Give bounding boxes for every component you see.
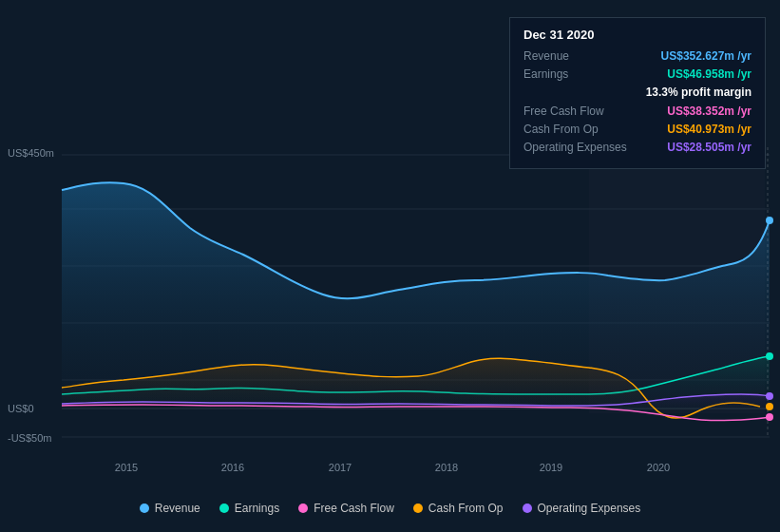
- svg-point-10: [766, 217, 773, 224]
- x-label-2017: 2017: [329, 462, 352, 473]
- legend: Revenue Earnings Free Cash Flow Cash Fro…: [0, 502, 780, 515]
- svg-point-14: [766, 413, 773, 421]
- tooltip-row-margin: 13.3% profit margin: [523, 86, 751, 99]
- legend-label-revenue: Revenue: [155, 502, 200, 515]
- tooltip-value-fcf: US$38.352m /yr: [667, 104, 751, 118]
- x-label-2016: 2016: [221, 462, 244, 473]
- svg-point-12: [766, 403, 773, 410]
- tooltip-label-cashop: Cash From Op: [523, 123, 637, 136]
- tooltip-row-cashop: Cash From Op US$40.973m /yr: [523, 123, 751, 136]
- tooltip-row-opexp: Operating Expenses US$28.505m /yr: [523, 141, 751, 154]
- tooltip-row-fcf: Free Cash Flow US$38.352m /yr: [523, 104, 751, 118]
- svg-point-13: [766, 392, 773, 400]
- tooltip-value-opexp: US$28.505m /yr: [667, 141, 751, 154]
- legend-item-earnings[interactable]: Earnings: [219, 502, 279, 515]
- x-label-2018: 2018: [435, 462, 458, 473]
- legend-label-earnings: Earnings: [235, 502, 279, 515]
- tooltip-title: Dec 31 2020: [523, 28, 751, 42]
- tooltip-label-opexp: Operating Expenses: [523, 141, 637, 154]
- legend-label-cashop: Cash From Op: [428, 502, 504, 515]
- chart-container: US$450m US$0 -US$50m 2015 2016 2017 2018…: [0, 0, 780, 532]
- tooltip-value-earnings: US$46.958m /yr: [667, 67, 751, 81]
- svg-point-11: [766, 352, 773, 360]
- y-label-bot: -US$50m: [8, 432, 51, 444]
- tooltip-value-revenue: US$352.627m /yr: [661, 49, 751, 63]
- legend-dot-fcf: [298, 504, 308, 513]
- legend-dot-earnings: [219, 504, 229, 513]
- tooltip-box: Dec 31 2020 Revenue US$352.627m /yr Earn…: [509, 17, 766, 169]
- legend-item-revenue[interactable]: Revenue: [140, 502, 200, 515]
- tooltip-row-earnings: Earnings US$46.958m /yr: [523, 67, 751, 81]
- tooltip-label-earnings: Earnings: [523, 67, 637, 81]
- tooltip-row-revenue: Revenue US$352.627m /yr: [523, 49, 751, 63]
- tooltip-value-margin: 13.3% profit margin: [646, 86, 751, 99]
- x-label-2015: 2015: [115, 462, 138, 473]
- legend-item-opexp[interactable]: Operating Expenses: [523, 502, 641, 515]
- legend-item-cashop[interactable]: Cash From Op: [413, 502, 504, 515]
- x-label-2020: 2020: [647, 462, 670, 473]
- tooltip-label-fcf: Free Cash Flow: [523, 104, 637, 118]
- legend-label-fcf: Free Cash Flow: [314, 502, 394, 515]
- legend-dot-cashop: [413, 504, 423, 513]
- y-label-mid: US$0: [8, 403, 34, 414]
- tooltip-value-cashop: US$40.973m /yr: [667, 123, 751, 136]
- legend-item-fcf[interactable]: Free Cash Flow: [298, 502, 394, 515]
- legend-dot-revenue: [140, 504, 149, 513]
- y-label-top: US$450m: [8, 147, 54, 159]
- legend-label-opexp: Operating Expenses: [538, 502, 641, 515]
- legend-dot-opexp: [523, 504, 532, 513]
- tooltip-label-revenue: Revenue: [523, 49, 637, 63]
- x-label-2019: 2019: [540, 462, 562, 473]
